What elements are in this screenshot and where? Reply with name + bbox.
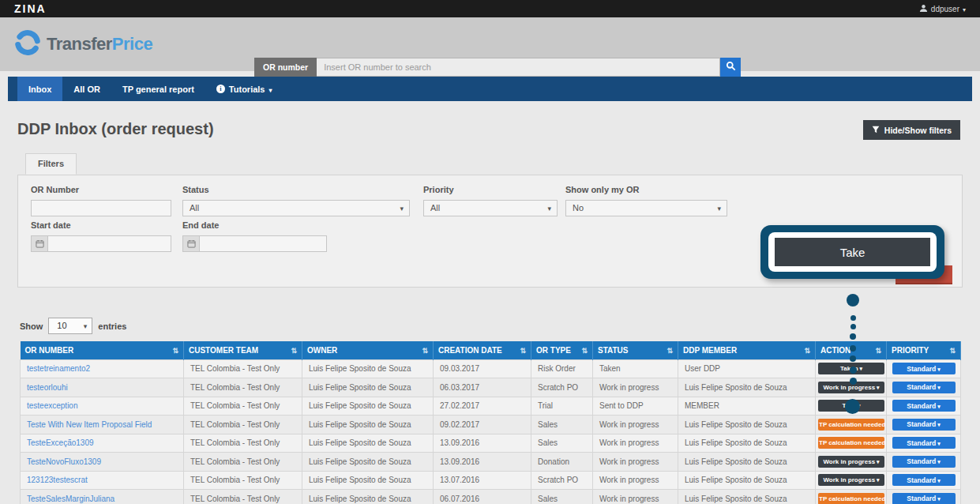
- take-callout-frame: Take: [768, 232, 937, 272]
- table-row: TesteExceção1309 TEL Colombia - Test Onl…: [21, 434, 961, 453]
- tab-tp-general-report[interactable]: TP general report: [111, 77, 205, 101]
- annotation-dot: [845, 399, 860, 414]
- table-length-control: Show 10 entries: [20, 318, 980, 334]
- col-header-owner[interactable]: OWNER: [302, 341, 434, 359]
- start-date-label: Start date: [31, 220, 171, 230]
- user-menu[interactable]: ddpuser: [919, 4, 966, 14]
- priority-button[interactable]: Standard: [892, 474, 956, 486]
- hide-show-filters-button[interactable]: Hide/Show filters: [863, 120, 960, 140]
- or-number-link[interactable]: 123123testescrat: [27, 476, 88, 484]
- status-field-group: Status All: [182, 185, 410, 216]
- priority-button[interactable]: Standard: [892, 382, 956, 393]
- or-number-link[interactable]: testetreinamento2: [27, 364, 90, 373]
- status-label: Status: [182, 185, 410, 194]
- sort-icon: [172, 346, 178, 355]
- sort-icon: [666, 346, 673, 355]
- chevron-down-icon: [269, 85, 272, 94]
- sort-icon: [949, 346, 956, 355]
- or-number-addon-label: OR number: [254, 58, 317, 77]
- end-date-field-group: End date: [182, 220, 327, 252]
- chevron-down-icon: [963, 5, 966, 13]
- annotation-dot: [850, 355, 856, 362]
- table-row: testeorlouhi TEL Colombia - Test Only Lu…: [21, 378, 961, 397]
- or-number-link[interactable]: TesteNovoFluxo1309: [27, 457, 101, 466]
- end-date-input[interactable]: [199, 235, 327, 252]
- start-date-input[interactable]: [47, 235, 171, 252]
- table-row: 123123testescrat TEL Colombia - Test Onl…: [21, 471, 961, 490]
- tab-tutorials[interactable]: i Tutorials: [205, 77, 283, 101]
- show-only-my-or-field-group: Show only my OR No: [565, 185, 727, 216]
- zina-logo: ZINA: [14, 2, 47, 15]
- priority-button[interactable]: Standard: [892, 456, 956, 468]
- start-date-field-group: Start date: [31, 220, 171, 252]
- col-header-priority[interactable]: PRIORITY: [887, 341, 961, 359]
- priority-button[interactable]: Standard: [892, 400, 956, 412]
- table-row: testetreinamento2 TEL Colombia - Test On…: [21, 359, 961, 378]
- or-number-link[interactable]: TesteSalesMarginJuliana: [27, 495, 115, 503]
- action-button[interactable]: TP calculation needed: [818, 493, 884, 504]
- user-name: ddpuser: [931, 5, 959, 13]
- status-select[interactable]: All: [182, 200, 410, 216]
- end-date-label: End date: [182, 220, 327, 230]
- info-icon: i: [216, 85, 225, 93]
- show-only-my-or-label: Show only my OR: [565, 185, 727, 194]
- action-button[interactable]: Work in progress: [818, 456, 884, 468]
- or-number-link[interactable]: TesteExceção1309: [27, 438, 94, 447]
- filter-icon: [872, 126, 880, 135]
- search-input[interactable]: [317, 58, 720, 77]
- or-number-link[interactable]: testeorlouhi: [27, 383, 68, 392]
- col-header-customer-team[interactable]: CUSTOMER TEAM: [184, 341, 302, 359]
- or-number-link[interactable]: testeexception: [27, 401, 78, 410]
- calendar-icon: [182, 235, 199, 252]
- app-header: TransferPrice OR number: [0, 17, 980, 71]
- page-title: DDP Inbox (order request): [17, 120, 980, 138]
- col-header-or-number[interactable]: OR NUMBER: [21, 341, 184, 359]
- col-header-or-type[interactable]: OR TYPE: [531, 341, 593, 359]
- priority-select[interactable]: All: [423, 200, 558, 216]
- tab-inbox[interactable]: Inbox: [17, 77, 62, 101]
- filters-tab-row: Filters: [17, 153, 963, 175]
- table-row: TesteNovoFluxo1309 TEL Colombia - Test O…: [21, 453, 961, 472]
- sort-icon: [520, 346, 526, 355]
- transferprice-logo: TransferPrice: [14, 29, 152, 59]
- table-row: testeexception TEL Colombia - Test Only …: [21, 397, 961, 416]
- col-header-status[interactable]: STATUS: [593, 341, 678, 359]
- action-button[interactable]: TP calculation needed: [818, 419, 884, 431]
- table-row: Teste With New Item Proposal Field TEL C…: [21, 416, 961, 434]
- annotation-dot: [850, 333, 856, 340]
- annotation-dot: [850, 315, 856, 321]
- filters-tab[interactable]: Filters: [25, 153, 77, 175]
- take-callout-button[interactable]: Take: [775, 238, 930, 266]
- show-only-my-or-select[interactable]: No: [565, 200, 727, 216]
- annotation-dot: [850, 367, 857, 374]
- table-row: TesteSalesMarginJuliana TEL Colombia - T…: [21, 490, 961, 504]
- sort-icon: [804, 346, 810, 355]
- or-search-bar: OR number: [254, 58, 741, 77]
- priority-button[interactable]: Standard: [892, 363, 956, 374]
- search-button[interactable]: [720, 58, 741, 77]
- priority-label: Priority: [423, 185, 558, 194]
- calendar-icon: [31, 235, 47, 252]
- priority-button[interactable]: Standard: [892, 437, 956, 449]
- annotation-dot: [850, 378, 857, 385]
- top-bar: ZINA ddpuser: [0, 0, 980, 17]
- sort-icon: [581, 346, 588, 355]
- search-icon: [726, 61, 736, 73]
- annotation-dot: [847, 294, 859, 307]
- page-size-select[interactable]: 10: [48, 318, 92, 334]
- entries-label: entries: [98, 322, 126, 331]
- or-number-label: OR Number: [31, 185, 171, 194]
- col-header-creation-date[interactable]: CREATION DATE: [434, 341, 531, 359]
- or-number-input[interactable]: [31, 200, 171, 216]
- priority-button[interactable]: Standard: [892, 419, 956, 431]
- action-button[interactable]: Work in progress: [818, 474, 884, 486]
- take-callout: Take: [760, 225, 944, 279]
- main-nav: Inbox All OR TP general report i Tutoria…: [8, 77, 972, 101]
- action-button[interactable]: TP calculation needed: [818, 437, 884, 449]
- col-header-ddp-member[interactable]: DDP MEMBER: [678, 341, 816, 359]
- tab-all-or[interactable]: All OR: [62, 77, 111, 101]
- or-number-link[interactable]: Teste With New Item Proposal Field: [27, 420, 152, 429]
- or-number-field-group: OR Number: [31, 185, 171, 216]
- transferprice-logo-icon: [14, 29, 41, 59]
- priority-button[interactable]: Standard: [892, 493, 956, 504]
